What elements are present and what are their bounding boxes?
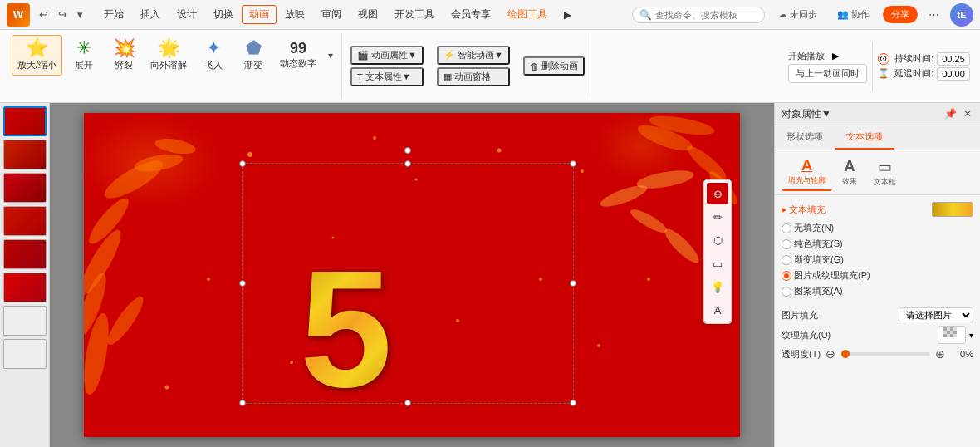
quick-access-dropdown[interactable]: ▾ — [73, 7, 87, 22]
menu-start[interactable]: 开始 — [96, 4, 132, 25]
anim-window-button[interactable]: ▦ 动画窗格 — [437, 67, 510, 86]
handle-mr[interactable] — [570, 280, 576, 287]
opacity-slider[interactable] — [840, 352, 930, 356]
menu-animation[interactable]: 动画 — [242, 5, 277, 24]
zoom-icon: ⭐ — [26, 39, 48, 57]
slide-thumb-3[interactable] — [3, 173, 47, 203]
sub-tab-effect[interactable]: A 效果 — [835, 155, 864, 190]
radio-texture-circle — [782, 287, 791, 297]
text-prop-icon: T — [357, 72, 363, 82]
menu-review[interactable]: 审阅 — [313, 4, 350, 25]
svg-rect-37 — [953, 331, 957, 334]
collab-button[interactable]: 👥 协作 — [831, 6, 876, 23]
share-button[interactable]: 分享 — [883, 6, 918, 23]
radio-solid[interactable]: 纯色填充(S) — [782, 238, 843, 250]
handle-tr[interactable] — [570, 160, 576, 167]
sub-tab-fill-outline[interactable]: A 填充与轮廓 — [782, 154, 832, 191]
anim-property-button[interactable]: 🎬 动画属性▼ — [350, 46, 424, 65]
image-fill-select[interactable]: 请选择图片 — [899, 307, 973, 322]
menu-dev[interactable]: 开发工具 — [386, 4, 443, 25]
radio-no-fill[interactable]: 无填充(N) — [782, 222, 834, 234]
menu-member[interactable]: 会员专享 — [443, 4, 499, 25]
anim-zoom-button[interactable]: ⭐ 放大/缩小 — [12, 35, 62, 76]
radio-texture[interactable]: 图案填充(A) — [782, 285, 843, 297]
float-edit-button[interactable]: ✏ — [707, 206, 728, 228]
anim-prop-icon: 🎬 — [357, 50, 369, 61]
duration-label: 持续时间: — [894, 52, 933, 65]
anim-number-button[interactable]: 99 动态数字 — [275, 37, 321, 73]
anim-split-button[interactable]: 💥 劈裂 — [105, 36, 142, 75]
panel-main-tabs: 形状选项 文本选项 — [775, 125, 980, 150]
anim-dissolve-button[interactable]: 🌟 向外溶解 — [145, 36, 192, 75]
menu-present[interactable]: 放映 — [277, 4, 313, 25]
menu-draw[interactable]: 绘图工具 — [499, 4, 556, 25]
more-options-button[interactable]: ⋯ — [924, 7, 943, 22]
text-property-button[interactable]: T 文本属性▼ — [350, 67, 424, 86]
delay-value[interactable]: 00.00 — [937, 67, 970, 81]
duration-value[interactable]: 00.25 — [937, 52, 970, 66]
undo-button[interactable]: ↩ — [35, 7, 52, 22]
delay-field: 延迟时间: 00.00 — [894, 67, 970, 81]
search-input[interactable] — [655, 10, 755, 20]
slide-thumb-7[interactable] — [3, 306, 47, 336]
handle-br[interactable] — [570, 400, 576, 406]
menu-view[interactable]: 视图 — [350, 4, 386, 25]
slide-thumb-1[interactable] — [3, 106, 47, 136]
handle-bl[interactable] — [239, 400, 246, 406]
menu-switch[interactable]: 切换 — [205, 4, 242, 25]
opacity-plus-button[interactable]: ⊕ — [935, 347, 945, 361]
float-frame-button[interactable]: ▭ — [707, 253, 728, 274]
handle-tm[interactable] — [404, 160, 411, 167]
redo-button[interactable]: ↪ — [54, 7, 71, 22]
opacity-thumb — [840, 349, 850, 359]
ribbon-expand-button[interactable]: ▾ — [325, 48, 336, 63]
handle-ml[interactable] — [239, 280, 246, 287]
float-light-button[interactable]: 💡 — [707, 276, 728, 297]
smart-anim-button[interactable]: ⚡ 智能动画▼ — [437, 46, 510, 65]
slide-thumb-6[interactable] — [3, 273, 47, 302]
texture-picker-button[interactable] — [938, 326, 966, 344]
handle-tl[interactable] — [239, 160, 246, 167]
tab-shape-options[interactable]: 形状选项 — [775, 125, 835, 150]
anim-expand-button[interactable]: ✳ 展开 — [66, 36, 102, 75]
delete-anim-button[interactable]: 🗑 删除动画 — [523, 56, 585, 76]
color-swatch[interactable] — [932, 202, 973, 217]
sub-tab-textbox[interactable]: ▭ 文本框 — [867, 155, 903, 191]
opacity-value: 0% — [950, 349, 973, 359]
slide-thumb-2[interactable] — [3, 140, 47, 169]
svg-point-17 — [373, 136, 376, 140]
radio-gradient[interactable]: 渐变填充(G) — [782, 253, 844, 266]
ribbon-delete-group: 🗑 删除动画 — [518, 33, 590, 99]
float-shape-button[interactable]: ⬡ — [707, 229, 728, 251]
canvas-decoration-svg — [84, 113, 740, 437]
menu-insert[interactable]: 插入 — [132, 4, 169, 25]
svg-point-12 — [598, 181, 649, 211]
sub-tab-textbox-label: 文本框 — [874, 177, 896, 188]
panel-close-button[interactable]: ✕ — [962, 106, 973, 121]
anim-fly-button[interactable]: ✦ 飞入 — [195, 36, 232, 75]
slide-thumb-5[interactable] — [3, 239, 47, 269]
anim-fade-button[interactable]: ⬟ 渐变 — [235, 36, 272, 75]
radio-pattern[interactable]: 图片或纹理填充(P) — [782, 269, 870, 282]
slide-thumb-4[interactable] — [3, 206, 47, 236]
panel-sub-tabs: A 填充与轮廓 A 效果 ▭ 文本框 — [775, 150, 980, 195]
panel-pin-button[interactable]: 📌 — [943, 106, 958, 121]
float-delete-button[interactable]: ⊖ — [707, 183, 728, 204]
sync-animation-button[interactable]: 与上一动画同时 — [788, 64, 867, 83]
svg-point-10 — [648, 113, 716, 139]
fly-label: 飞入 — [204, 59, 223, 71]
handle-bm[interactable] — [404, 400, 411, 406]
sync-button[interactable]: ☁ 未同步 — [772, 6, 824, 23]
slide-thumb-8[interactable] — [3, 339, 47, 369]
opacity-minus-button[interactable]: ⊖ — [826, 347, 835, 361]
start-play-row: 开始播放: ▶ — [788, 50, 867, 62]
menu-more[interactable]: ▶ — [556, 6, 580, 24]
ribbon-middle: ⚡ 智能动画▼ ▦ 动画窗格 — [437, 46, 510, 86]
menu-design[interactable]: 设计 — [169, 4, 205, 25]
svg-point-18 — [497, 149, 502, 153]
texture-dropdown-arrow[interactable]: ▾ — [969, 331, 973, 340]
float-text-button[interactable]: A — [707, 299, 728, 321]
timing-group: 开始播放: ▶ 与上一动画同时 — [788, 50, 867, 83]
tab-text-options[interactable]: 文本选项 — [835, 125, 894, 150]
rotate-handle[interactable] — [404, 147, 411, 154]
